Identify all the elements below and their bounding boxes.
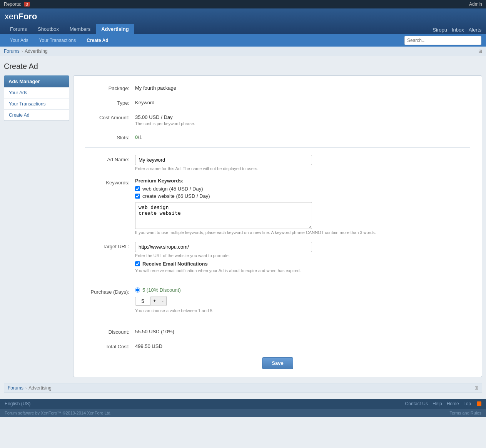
discount-value-text: 55.50 USD (10%)	[135, 327, 470, 334]
breadcrumb-bar-top: Forums › Advertising ⊞	[0, 47, 486, 56]
breadcrumb-sep: ›	[22, 49, 23, 53]
cost-label: Cost Amount:	[85, 113, 135, 120]
stepper-input[interactable]	[135, 297, 150, 306]
purchase-days-label: Purchase (Days):	[85, 287, 135, 295]
keywords-row: Keywords: Premium Keywords: web design (…	[85, 178, 470, 235]
tab-shoutbox[interactable]: Shoutbox	[32, 24, 64, 34]
nav-tabs-right: Siropu Inbox Alerts	[433, 27, 481, 34]
footer-links: Contact Us Help Home Top	[405, 401, 481, 406]
discount-label: Discount:	[85, 327, 135, 335]
nav-tabs: Forums Shoutbox Members Advertising Siro…	[5, 24, 481, 34]
sidebar-item-your-transactions[interactable]: Your Transactions	[4, 99, 69, 110]
stepper-row: + -	[135, 296, 470, 306]
user-link-inbox[interactable]: Inbox	[452, 27, 464, 33]
main: Create Ad Ads Manager Your Ads Your Tran…	[0, 56, 486, 399]
sidebar-menu: Your Ads Your Transactions Create Ad	[4, 87, 69, 121]
purchase-days-value: 5 (10% Discount) + - You can choose a va…	[135, 287, 470, 313]
top-bar: Reports: 0 Admin	[0, 0, 486, 8]
save-button[interactable]: Save	[262, 357, 293, 369]
sub-nav: Your Ads Your Transactions Create Ad	[0, 34, 486, 47]
logo[interactable]: xenForo	[5, 12, 37, 22]
tab-forums[interactable]: Forums	[5, 24, 32, 34]
logo-foro: Foro	[18, 12, 37, 21]
user-link-siropu[interactable]: Siropu	[433, 27, 447, 33]
tab-members[interactable]: Members	[64, 24, 96, 34]
target-url-value: Enter the URL of the website you want to…	[135, 242, 470, 273]
tab-advertising[interactable]: Advertising	[96, 24, 134, 34]
search-container	[404, 34, 481, 47]
target-url-input[interactable]	[135, 242, 312, 252]
form-area: Package: My fourth package Type: Keyword…	[73, 75, 482, 377]
total-cost-value-text: 499.50 USD	[135, 342, 470, 349]
cost-row: Cost Amount: 35.00 USD / Day The cost is…	[85, 113, 470, 126]
footer-bar-bottom: Forum software by XenForo™ ©2010-2014 Xe…	[0, 409, 486, 417]
package-value: My fourth package	[135, 84, 470, 91]
premium-keywords-heading: Premium Keywords:	[135, 178, 470, 184]
footer-help[interactable]: Help	[433, 401, 442, 406]
breadcrumb-bottom-sep: ›	[25, 386, 27, 390]
email-notif-checkbox[interactable]	[135, 261, 140, 266]
breadcrumb-expand-icon[interactable]: ⊞	[478, 48, 482, 54]
email-notif-row: Receive Email Notifications	[135, 261, 470, 267]
sub-tab-your-transactions[interactable]: Your Transactions	[34, 35, 82, 45]
divider-3	[85, 320, 470, 320]
footer-bar: English (US) Contact Us Help Home Top	[0, 399, 486, 409]
package-row: Package: My fourth package	[85, 84, 470, 91]
sub-tab-your-ads[interactable]: Your Ads	[5, 35, 34, 45]
keywords-textarea[interactable]: web design create website	[135, 202, 312, 229]
keyword2-row: create website (66 USD / Day)	[135, 193, 470, 199]
total-cost-row: Total Cost: 499.50 USD	[85, 342, 470, 349]
reports-label: Reports:	[4, 2, 21, 7]
ad-name-hint: Enter a name for this Ad. The name will …	[135, 166, 470, 171]
slots-label: Slots:	[85, 133, 135, 140]
stepper-minus-button[interactable]: -	[159, 296, 167, 306]
breadcrumb-forums[interactable]: Forums	[4, 48, 20, 54]
ad-name-input[interactable]	[135, 155, 312, 165]
stepper-plus-button[interactable]: +	[150, 296, 159, 306]
type-value: Keyword	[135, 98, 470, 105]
breadcrumb-bottom-expand-icon[interactable]: ⊞	[474, 385, 478, 391]
discount-value: 55.50 USD (10%)	[135, 327, 470, 334]
cost-value-text: 35.00 USD / Day	[135, 113, 470, 120]
admin-link[interactable]: Admin	[469, 2, 482, 7]
breadcrumb-bottom: Forums › Advertising	[8, 385, 52, 391]
page-title: Create Ad	[4, 62, 482, 71]
purchase-days-radio-row: 5 (10% Discount)	[135, 287, 470, 293]
ad-name-label: Ad Name:	[85, 155, 135, 162]
keywords-value: Premium Keywords: web design (45 USD / D…	[135, 178, 470, 235]
footer-top[interactable]: Top	[464, 401, 471, 406]
breadcrumb: Forums › Advertising	[4, 48, 48, 54]
sidebar-heading: Ads Manager	[4, 75, 69, 87]
purchase-days-radio[interactable]	[135, 288, 140, 293]
footer-terms-link[interactable]: Terms and Rules	[449, 411, 481, 415]
sidebar: Ads Manager Your Ads Your Transactions C…	[4, 75, 69, 377]
footer-home[interactable]: Home	[447, 401, 459, 406]
type-row: Type: Keyword	[85, 98, 470, 106]
content-area: Ads Manager Your Ads Your Transactions C…	[4, 75, 482, 377]
target-url-hint: Enter the URL of the website you want to…	[135, 253, 470, 258]
sub-nav-left: Your Ads Your Transactions Create Ad	[5, 35, 114, 45]
footer-copyright: Forum software by XenForo™ ©2010-2014 Xe…	[5, 411, 112, 415]
footer-language[interactable]: English (US)	[5, 401, 30, 406]
keyword2-checkbox[interactable]	[135, 194, 140, 199]
email-notif-hint: You will receive email notification when…	[135, 268, 470, 273]
sidebar-item-your-ads[interactable]: Your Ads	[4, 87, 69, 99]
rss-icon[interactable]	[477, 401, 481, 406]
purchase-days-radio-label: 5 (10% Discount)	[142, 287, 181, 293]
footer-contact-us[interactable]: Contact Us	[405, 401, 428, 406]
breadcrumb-bar-bottom: Forums › Advertising ⊞	[4, 383, 482, 393]
total-cost-label: Total Cost:	[85, 342, 135, 349]
type-label: Type:	[85, 98, 135, 106]
purchase-days-hint: You can choose a value between 1 and 5.	[135, 308, 470, 313]
target-url-label: Target URL:	[85, 242, 135, 249]
user-link-alerts[interactable]: Alerts	[469, 27, 481, 33]
slots-total: 1	[139, 134, 142, 140]
sub-tab-create-ad[interactable]: Create Ad	[81, 35, 114, 45]
reports-section: Reports: 0	[4, 2, 30, 7]
breadcrumb-bottom-forums[interactable]: Forums	[8, 385, 23, 391]
slots-value: 0/1	[135, 133, 470, 140]
search-input[interactable]	[404, 36, 481, 45]
sidebar-item-create-ad[interactable]: Create Ad	[4, 110, 69, 120]
keyword1-label: web design (45 USD / Day)	[142, 186, 203, 192]
keyword1-checkbox[interactable]	[135, 186, 140, 191]
